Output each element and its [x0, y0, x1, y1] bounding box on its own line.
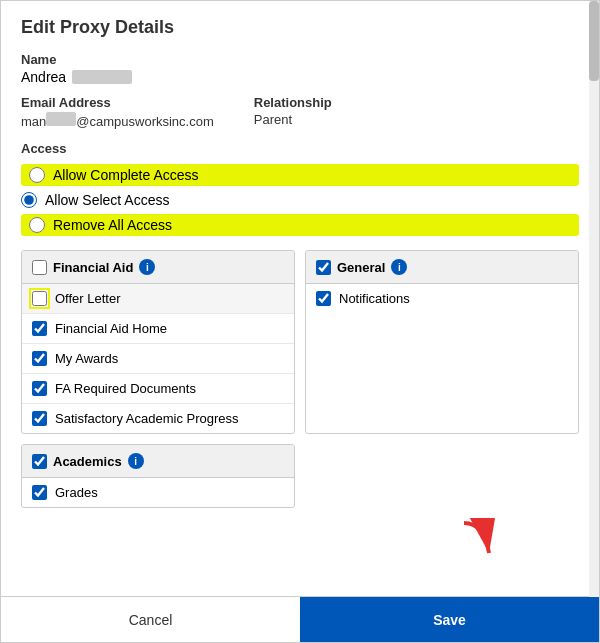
academics-panel: Academics i Grades: [21, 444, 295, 508]
email-redacted: [46, 112, 76, 126]
academics-header: Academics i: [22, 445, 294, 478]
offer-letter-label: Offer Letter: [55, 291, 121, 306]
general-header-checkbox[interactable]: [316, 260, 331, 275]
financial-aid-home-checkbox[interactable]: [32, 321, 47, 336]
radio-remove-text: Remove All Access: [53, 217, 172, 233]
radio-select-input[interactable]: [21, 192, 37, 208]
offer-letter-checkbox[interactable]: [32, 291, 47, 306]
arrow-container: [21, 518, 579, 573]
radio-remove-row: Remove All Access: [21, 214, 579, 236]
name-value-container: Andrea: [21, 69, 132, 85]
email-relationship-row: Email Address man@campusworksinc.com Rel…: [21, 95, 579, 129]
relationship-value: Parent: [254, 112, 332, 127]
offer-letter-item: Offer Letter: [22, 284, 294, 314]
my-awards-checkbox[interactable]: [32, 351, 47, 366]
radio-complete-row: Allow Complete Access: [21, 164, 579, 186]
radio-complete-label[interactable]: Allow Complete Access: [21, 164, 579, 186]
academics-section: Academics i Grades: [21, 444, 579, 508]
satisfactory-item: Satisfactory Academic Progress: [22, 404, 294, 433]
grades-checkbox[interactable]: [32, 485, 47, 500]
fa-required-label: FA Required Documents: [55, 381, 196, 396]
notifications-label: Notifications: [339, 291, 410, 306]
modal-footer: Cancel Save: [1, 596, 599, 642]
radio-complete-text: Allow Complete Access: [53, 167, 199, 183]
financial-aid-header: Financial Aid i: [22, 251, 294, 284]
cancel-button[interactable]: Cancel: [1, 597, 300, 642]
my-awards-item: My Awards: [22, 344, 294, 374]
radio-remove-input[interactable]: [29, 217, 45, 233]
satisfactory-checkbox[interactable]: [32, 411, 47, 426]
general-header: General i: [306, 251, 578, 284]
access-panels: Financial Aid i Offer Letter Financial A…: [21, 250, 579, 434]
grades-label: Grades: [55, 485, 98, 500]
my-awards-label: My Awards: [55, 351, 118, 366]
academics-title: Academics: [53, 454, 122, 469]
academics-info-icon[interactable]: i: [128, 453, 144, 469]
financial-aid-home-label: Financial Aid Home: [55, 321, 167, 336]
name-label: Name: [21, 52, 132, 67]
name-redacted: [72, 70, 132, 84]
save-button[interactable]: Save: [300, 597, 599, 642]
financial-aid-header-checkbox[interactable]: [32, 260, 47, 275]
relationship-label: Relationship: [254, 95, 332, 110]
scrollbar-track: [589, 1, 599, 642]
email-label: Email Address: [21, 95, 214, 110]
email-value: man@campusworksinc.com: [21, 112, 214, 129]
edit-proxy-modal: Edit Proxy Details Name Andrea Email Add…: [0, 0, 600, 643]
radio-select-row: Allow Select Access: [21, 192, 579, 208]
radio-select-label[interactable]: Allow Select Access: [21, 192, 579, 208]
financial-aid-home-item: Financial Aid Home: [22, 314, 294, 344]
fa-required-item: FA Required Documents: [22, 374, 294, 404]
email-field-group: Email Address man@campusworksinc.com: [21, 95, 214, 129]
radio-select-text: Allow Select Access: [45, 192, 170, 208]
general-info-icon[interactable]: i: [391, 259, 407, 275]
radio-complete-input[interactable]: [29, 167, 45, 183]
access-label: Access: [21, 141, 579, 156]
grades-item: Grades: [22, 478, 294, 507]
name-field-group: Name Andrea: [21, 52, 132, 85]
modal-body: Edit Proxy Details Name Andrea Email Add…: [1, 1, 599, 596]
name-row: Name Andrea: [21, 52, 579, 85]
radio-remove-label[interactable]: Remove All Access: [21, 214, 579, 236]
scrollbar-thumb[interactable]: [589, 1, 599, 81]
financial-aid-info-icon[interactable]: i: [139, 259, 155, 275]
general-title: General: [337, 260, 385, 275]
academics-header-checkbox[interactable]: [32, 454, 47, 469]
satisfactory-label: Satisfactory Academic Progress: [55, 411, 239, 426]
modal-title: Edit Proxy Details: [21, 17, 579, 38]
save-arrow-icon: [449, 518, 509, 573]
relationship-field-group: Relationship Parent: [254, 95, 332, 129]
notifications-checkbox[interactable]: [316, 291, 331, 306]
notifications-item: Notifications: [306, 284, 578, 313]
fa-required-checkbox[interactable]: [32, 381, 47, 396]
general-panel: General i Notifications: [305, 250, 579, 434]
name-value: Andrea: [21, 69, 66, 85]
financial-aid-title: Financial Aid: [53, 260, 133, 275]
financial-aid-panel: Financial Aid i Offer Letter Financial A…: [21, 250, 295, 434]
